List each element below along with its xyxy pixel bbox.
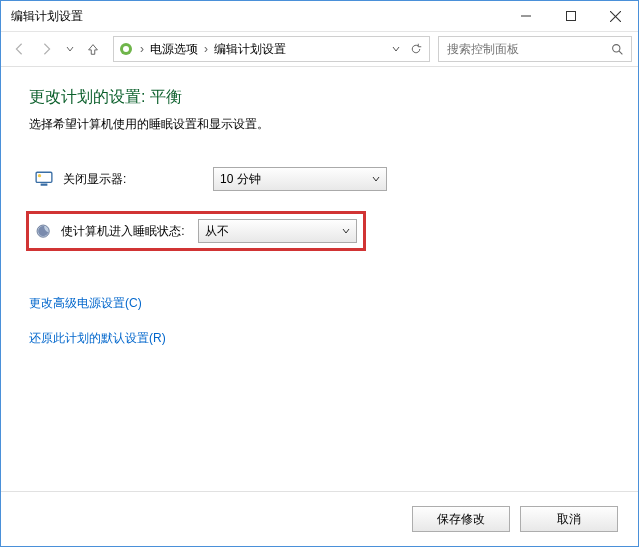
- forward-arrow-icon: [40, 42, 54, 56]
- breadcrumb-item-edit-plan[interactable]: 编辑计划设置: [210, 41, 290, 58]
- setting-display-off: 关闭显示器: 10 分钟: [29, 163, 610, 195]
- minimize-button[interactable]: [503, 1, 548, 31]
- save-button[interactable]: 保存修改: [412, 506, 510, 532]
- window: 编辑计划设置 › 电源选项: [0, 0, 639, 547]
- chevron-down-icon: [392, 45, 400, 53]
- breadcrumb-sep: ›: [202, 42, 210, 56]
- sleep-label: 使计算机进入睡眠状态:: [61, 223, 188, 240]
- history-dropdown[interactable]: [63, 45, 77, 53]
- svg-point-6: [612, 44, 619, 51]
- chevron-down-icon: [66, 45, 74, 53]
- back-arrow-icon: [12, 42, 26, 56]
- breadcrumb-sep: ›: [138, 42, 146, 56]
- setting-sleep: 使计算机进入睡眠状态: 从不: [26, 211, 366, 251]
- refresh-icon: [410, 43, 422, 55]
- chevron-down-icon: [372, 172, 380, 186]
- close-icon: [610, 11, 621, 22]
- svg-rect-8: [36, 172, 52, 182]
- navbar: › 电源选项 › 编辑计划设置: [1, 32, 638, 67]
- display-off-dropdown[interactable]: 10 分钟: [213, 167, 387, 191]
- search-box[interactable]: [438, 36, 632, 62]
- address-bar[interactable]: › 电源选项 › 编辑计划设置: [113, 36, 430, 62]
- monitor-icon: [35, 170, 53, 188]
- maximize-button[interactable]: [548, 1, 593, 31]
- sleep-dropdown[interactable]: 从不: [198, 219, 357, 243]
- footer: 保存修改 取消: [1, 491, 638, 546]
- maximize-icon: [566, 11, 576, 21]
- display-off-label: 关闭显示器:: [63, 171, 203, 188]
- address-right-controls: [387, 39, 425, 59]
- search-input[interactable]: [445, 41, 609, 57]
- cancel-button[interactable]: 取消: [520, 506, 618, 532]
- search-icon: [609, 43, 625, 56]
- moon-icon: [35, 222, 51, 240]
- refresh-button[interactable]: [407, 39, 425, 59]
- close-button[interactable]: [593, 1, 638, 31]
- window-title: 编辑计划设置: [1, 8, 503, 25]
- page-heading: 更改计划的设置: 平衡: [29, 87, 610, 108]
- advanced-power-link[interactable]: 更改高级电源设置(C): [29, 295, 610, 312]
- svg-rect-9: [41, 184, 48, 186]
- titlebar: 编辑计划设置: [1, 1, 638, 32]
- content-area: 更改计划的设置: 平衡 选择希望计算机使用的睡眠设置和显示设置。 关闭显示器: …: [1, 67, 638, 491]
- back-button[interactable]: [7, 37, 31, 61]
- breadcrumb: › 电源选项 › 编辑计划设置: [138, 41, 383, 58]
- up-button[interactable]: [81, 37, 105, 61]
- up-arrow-icon: [86, 42, 100, 56]
- control-panel-icon: [118, 41, 134, 57]
- chevron-down-icon: [342, 224, 350, 238]
- sleep-value: 从不: [205, 223, 342, 240]
- page-subtext: 选择希望计算机使用的睡眠设置和显示设置。: [29, 116, 610, 133]
- svg-point-10: [38, 174, 41, 177]
- display-off-value: 10 分钟: [220, 171, 372, 188]
- forward-button[interactable]: [35, 37, 59, 61]
- svg-line-7: [619, 51, 622, 54]
- restore-defaults-link[interactable]: 还原此计划的默认设置(R): [29, 330, 610, 347]
- svg-rect-1: [566, 12, 575, 21]
- links-section: 更改高级电源设置(C) 还原此计划的默认设置(R): [29, 295, 610, 347]
- address-dropdown[interactable]: [387, 39, 405, 59]
- minimize-icon: [521, 11, 531, 21]
- svg-point-5: [123, 46, 129, 52]
- breadcrumb-item-power[interactable]: 电源选项: [146, 41, 202, 58]
